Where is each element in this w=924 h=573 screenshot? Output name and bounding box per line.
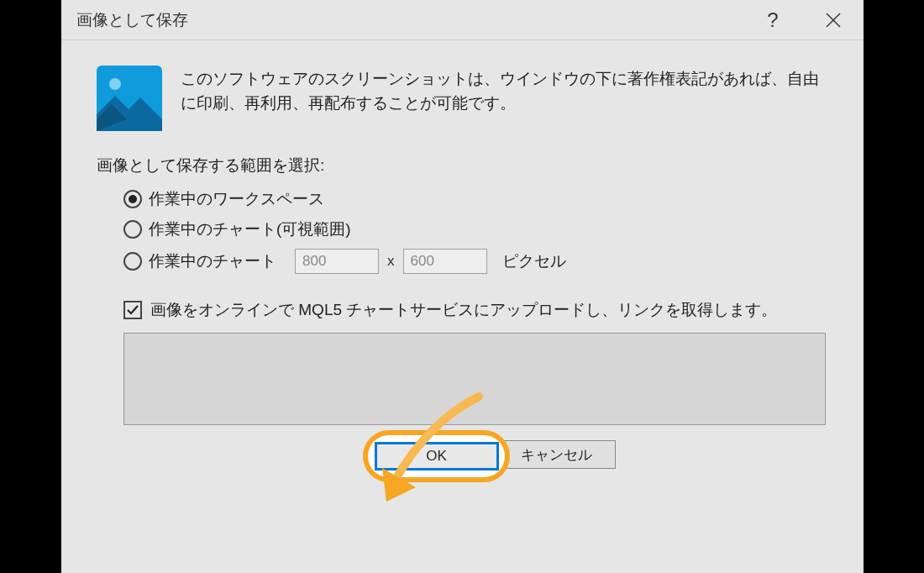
- radio-workspace-label: 作業中のワークスペース: [149, 188, 324, 210]
- link-textarea[interactable]: [123, 333, 826, 425]
- svg-point-3: [109, 78, 121, 90]
- radio-chart-custom[interactable]: 作業中のチャート x ピクセル: [123, 249, 828, 274]
- size-unit-label: ピクセル: [502, 250, 566, 272]
- radio-chart-visible-label: 作業中のチャート(可視範囲): [149, 218, 351, 240]
- upload-checkbox-label: 画像をオンラインで MQL5 チャートサービスにアップロードし、リンクを取得しま…: [150, 299, 777, 321]
- ok-button-highlight: OK: [363, 430, 510, 482]
- dialog-title: 画像として保存: [76, 9, 743, 31]
- height-input[interactable]: [403, 249, 487, 274]
- titlebar-controls: ?: [743, 0, 864, 39]
- close-icon: [826, 13, 841, 28]
- titlebar: 画像として保存 ?: [61, 0, 864, 40]
- range-radio-group: 作業中のワークスペース 作業中のチャート(可視範囲) 作業中のチャート x ピク…: [97, 188, 828, 282]
- ok-button-label: OK: [426, 448, 447, 465]
- app-image-icon: [97, 66, 162, 131]
- checkmark-icon: [126, 303, 139, 317]
- radio-chart-visible[interactable]: 作業中のチャート(可視範囲): [123, 218, 828, 240]
- ok-button[interactable]: OK: [375, 442, 499, 470]
- help-button[interactable]: ?: [743, 0, 803, 39]
- close-button[interactable]: [803, 0, 864, 39]
- size-inputs: x ピクセル: [295, 249, 566, 274]
- cancel-button-label: キャンセル: [521, 445, 592, 465]
- intro-section: このソフトウェアのスクリーンショットは、ウインドウの下に著作権表記があれば、自由…: [97, 66, 828, 131]
- save-image-dialog: 画像として保存 ? このソフトウェアのスクリーンショットは、ウインドウの: [61, 0, 864, 573]
- radio-workspace-control[interactable]: [123, 190, 142, 208]
- upload-checkbox[interactable]: [123, 301, 142, 319]
- intro-text: このソフトウェアのスクリーンショットは、ウインドウの下に著作権表記があれば、自由…: [181, 66, 828, 131]
- radio-chart-custom-label: 作業中のチャート: [149, 250, 276, 272]
- width-input[interactable]: [295, 249, 379, 274]
- range-section-label: 画像として保存する範囲を選択:: [97, 155, 828, 176]
- dialog-button-row: OK キャンセル: [97, 440, 828, 469]
- upload-checkbox-row[interactable]: 画像をオンラインで MQL5 チャートサービスにアップロードし、リンクを取得しま…: [97, 299, 828, 321]
- dialog-content: このソフトウェアのスクリーンショットは、ウインドウの下に著作権表記があれば、自由…: [61, 40, 864, 573]
- radio-workspace[interactable]: 作業中のワークスペース: [123, 188, 828, 210]
- radio-chart-custom-control[interactable]: [123, 252, 142, 271]
- cancel-button[interactable]: キャンセル: [498, 440, 616, 469]
- radio-chart-visible-control[interactable]: [123, 220, 142, 239]
- size-separator: x: [387, 253, 395, 270]
